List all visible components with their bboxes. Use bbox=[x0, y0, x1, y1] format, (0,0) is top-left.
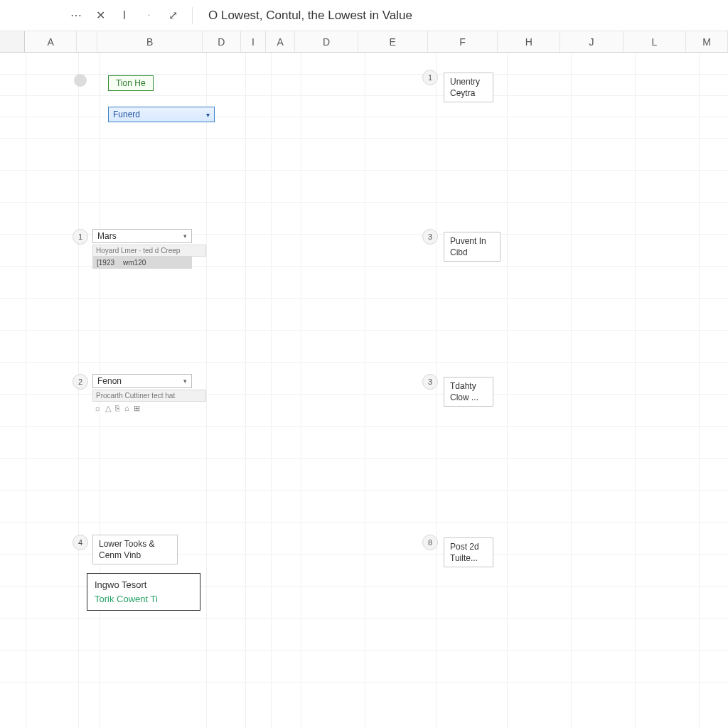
column-header[interactable]: D bbox=[203, 31, 241, 52]
card-line: Unentry bbox=[450, 76, 487, 87]
dropdown-group-1[interactable]: Mars bbox=[92, 229, 192, 243]
formula-bar-tools: ⋯ ✕ I ‧ ⤢ bbox=[6, 9, 179, 22]
badge-number: 2 bbox=[73, 374, 88, 390]
dropdown-primary[interactable]: Funerd bbox=[108, 107, 215, 122]
badge-number: 4 bbox=[73, 535, 88, 550]
dropdown-group-2[interactable]: Fenon bbox=[92, 374, 192, 388]
icon-row: ☼ △ ⎘ ⌂ ⊞ bbox=[94, 404, 140, 413]
tool-icon[interactable]: ⊞ bbox=[134, 404, 140, 413]
column-header[interactable]: B bbox=[97, 31, 202, 52]
dropdown-label: Mars bbox=[97, 231, 117, 241]
card-line: Post 2d bbox=[450, 541, 487, 552]
formula-bar-row: ⋯ ✕ I ‧ ⤢ bbox=[0, 0, 728, 31]
column-header[interactable]: F bbox=[428, 31, 498, 52]
card-line: Puvent In bbox=[450, 235, 494, 247]
card-line: Tdahty bbox=[450, 380, 487, 392]
column-header[interactable]: H bbox=[498, 31, 560, 52]
strip-description: Hoyard Lmer · ted d Creep bbox=[92, 245, 206, 257]
formula-input[interactable] bbox=[205, 5, 722, 26]
card-right-3[interactable]: Tdahty Clow ... bbox=[444, 377, 493, 407]
column-header[interactable]: D bbox=[295, 31, 358, 52]
column-header[interactable]: L bbox=[623, 31, 686, 52]
dropdown-label: Fenon bbox=[97, 376, 122, 386]
badge-number: 1 bbox=[73, 229, 88, 245]
card-line: Tuilte... bbox=[450, 552, 487, 564]
btn-right[interactable]: wm120 bbox=[123, 259, 146, 267]
card-line-accent: Torik Cowent Ti bbox=[95, 592, 193, 606]
dropdown-primary-label: Funerd bbox=[113, 109, 140, 119]
spreadsheet-grid[interactable]: Tion He Funerd 1 Unentry Ceytra 1 Mars H… bbox=[0, 53, 728, 728]
card-right-2[interactable]: Puvent In Cibd bbox=[444, 232, 500, 262]
cancel-icon[interactable]: ✕ bbox=[94, 9, 107, 22]
more-icon[interactable]: ⋯ bbox=[70, 9, 82, 22]
card-large[interactable]: Ingwo Tesort Torik Cowent Ti bbox=[87, 573, 200, 611]
row-handle[interactable] bbox=[74, 74, 87, 87]
tool-icon[interactable]: ⎘ bbox=[115, 404, 120, 413]
card-line: Lower Tooks & bbox=[99, 538, 171, 550]
column-header[interactable]: M bbox=[686, 31, 728, 52]
column-header-row: ABDIADEFHJLM bbox=[0, 31, 728, 53]
card-right-4[interactable]: Post 2d Tuilte... bbox=[444, 537, 493, 567]
column-header[interactable]: A bbox=[25, 31, 77, 52]
tag-green[interactable]: Tion He bbox=[108, 75, 154, 91]
card-line: Clow ... bbox=[450, 392, 487, 403]
expand-icon[interactable]: ⤢ bbox=[166, 9, 179, 22]
tool-icon[interactable]: ⌂ bbox=[124, 404, 129, 413]
column-header[interactable] bbox=[77, 31, 97, 52]
tool-icon[interactable]: △ bbox=[105, 404, 111, 413]
card-line: Ceytra bbox=[450, 87, 487, 99]
card-line: Cenm Vinb bbox=[99, 550, 171, 561]
column-header[interactable]: J bbox=[560, 31, 623, 52]
btn-left[interactable]: [1923 bbox=[97, 259, 114, 267]
toolbar-separator bbox=[192, 7, 193, 24]
dash-icon[interactable]: ‧ bbox=[142, 11, 155, 19]
ibeam-icon[interactable]: I bbox=[118, 9, 131, 22]
select-all-corner[interactable] bbox=[0, 31, 25, 52]
badge-number: 3 bbox=[422, 229, 438, 245]
button-strip[interactable]: [1923 wm120 bbox=[92, 256, 192, 269]
column-header[interactable]: E bbox=[358, 31, 428, 52]
tool-icon[interactable]: ☼ bbox=[94, 404, 101, 413]
strip-description: Procarth Cuttiner tect hat bbox=[92, 390, 206, 402]
card-line: Ingwo Tesort bbox=[95, 578, 193, 592]
column-header[interactable]: I bbox=[241, 31, 266, 52]
badge-number: 8 bbox=[422, 535, 438, 550]
column-header[interactable]: A bbox=[266, 31, 295, 52]
badge-number: 3 bbox=[422, 374, 438, 390]
card-group-3[interactable]: Lower Tooks & Cenm Vinb bbox=[92, 535, 178, 564]
badge-number: 1 bbox=[422, 70, 438, 85]
card-line: Cibd bbox=[450, 247, 494, 258]
card-right-1[interactable]: Unentry Ceytra bbox=[444, 73, 493, 102]
